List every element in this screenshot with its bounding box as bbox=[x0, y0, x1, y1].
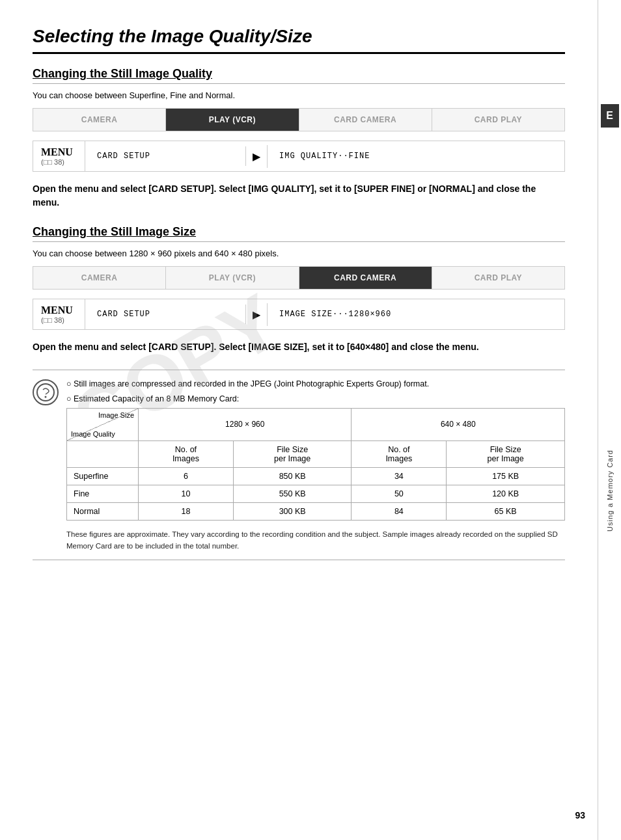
tab-card-play-1[interactable]: CARD PLAY bbox=[432, 109, 564, 131]
section1-menu-row: MENU (□□ 38) CARD SETUP ▶ IMG QUALITY··F… bbox=[33, 141, 565, 172]
sidebar-rotated-text: Using a Memory Card bbox=[606, 450, 614, 532]
row-value-3: 175 KB bbox=[447, 467, 565, 485]
diagonal-top-label: Image Size bbox=[98, 411, 134, 419]
tab-camera-2[interactable]: CAMERA bbox=[33, 267, 166, 289]
menu-value-2: IMAGE SIZE···1280×960 bbox=[268, 305, 564, 324]
table-row: Fine10550 KB50120 KB bbox=[67, 485, 565, 502]
section1-heading: Changing the Still Image Quality bbox=[33, 67, 565, 81]
row-label: Normal bbox=[67, 502, 139, 520]
row-value-0: 6 bbox=[139, 467, 234, 485]
table-diagonal-header: Image Size Image Quality bbox=[67, 408, 139, 440]
row-value-1: 850 KB bbox=[233, 467, 352, 485]
menu-ref-2: (□□ 38) bbox=[41, 316, 77, 324]
row-value-2: 84 bbox=[352, 502, 447, 520]
right-sidebar: E Using a Memory Card bbox=[598, 0, 621, 840]
menu-item-2: CARD SETUP bbox=[85, 305, 246, 324]
note-content: Still images are compressed and recorded… bbox=[66, 378, 565, 552]
menu-title-1: MENU bbox=[41, 146, 77, 158]
svg-point-1 bbox=[45, 396, 47, 398]
svg-point-0 bbox=[37, 384, 54, 401]
row-value-2: 34 bbox=[352, 467, 447, 485]
main-content: Selecting the Image Quality/Size Changin… bbox=[0, 0, 598, 840]
section-size: Changing the Still Image Size You can ch… bbox=[33, 225, 565, 354]
section2-menu-row: MENU (□□ 38) CARD SETUP ▶ IMAGE SIZE···1… bbox=[33, 299, 565, 330]
row-value-1: 300 KB bbox=[233, 502, 352, 520]
footnote: These figures are approximate. They vary… bbox=[66, 528, 565, 552]
capacity-table: Image Size Image Quality 1280 × 960 640 … bbox=[66, 408, 565, 521]
section1-instruction: Open the menu and select [CARD SETUP]. S… bbox=[33, 182, 565, 210]
note-icon bbox=[33, 379, 59, 405]
table-row: Superfine6850 KB34175 KB bbox=[67, 467, 565, 485]
col-group-1: 1280 × 960 bbox=[139, 408, 352, 440]
tab-card-play-2[interactable]: CARD PLAY bbox=[432, 267, 564, 289]
tab-card-camera-2[interactable]: CARD CAMERA bbox=[299, 267, 432, 289]
menu-label-2: MENU (□□ 38) bbox=[33, 299, 85, 329]
section-quality: Changing the Still Image Quality You can… bbox=[33, 67, 565, 210]
tab-play-vcr-1[interactable]: PLAY (VCR) bbox=[166, 109, 299, 131]
menu-arrow-2: ▶ bbox=[246, 303, 268, 326]
col-group-2: 640 × 480 bbox=[352, 408, 565, 440]
col-2-file-size: File Sizeper Image bbox=[447, 440, 565, 467]
tab-camera-1[interactable]: CAMERA bbox=[33, 109, 166, 131]
row-value-3: 65 KB bbox=[447, 502, 565, 520]
table-row: Normal18300 KB8465 KB bbox=[67, 502, 565, 520]
row-value-3: 120 KB bbox=[447, 485, 565, 502]
section1-mode-tabs: CAMERA PLAY (VCR) CARD CAMERA CARD PLAY bbox=[33, 108, 565, 131]
page-title: Selecting the Image Quality/Size bbox=[33, 26, 565, 47]
note-item-2: Estimated Capacity of an 8 MB Memory Car… bbox=[66, 393, 565, 405]
menu-label-1: MENU (□□ 38) bbox=[33, 141, 85, 171]
menu-title-2: MENU bbox=[41, 305, 77, 316]
diagonal-bottom-label: Image Quality bbox=[71, 430, 115, 438]
tab-card-camera-1[interactable]: CARD CAMERA bbox=[299, 109, 432, 131]
sidebar-letter-e: E bbox=[601, 104, 619, 128]
section2-instruction: Open the menu and select [CARD SETUP]. S… bbox=[33, 340, 565, 354]
col-1-file-size: File Sizeper Image bbox=[233, 440, 352, 467]
col-1-no-images: No. ofImages bbox=[139, 440, 234, 467]
section2-intro: You can choose between 1280 × 960 pixels… bbox=[33, 249, 565, 258]
section1-intro: You can choose between Superfine, Fine a… bbox=[33, 90, 565, 100]
note-item-1: Still images are compressed and recorded… bbox=[66, 378, 565, 390]
section2-mode-tabs: CAMERA PLAY (VCR) CARD CAMERA CARD PLAY bbox=[33, 266, 565, 290]
note-section: Still images are compressed and recorded… bbox=[33, 370, 565, 560]
row-value-1: 550 KB bbox=[233, 485, 352, 502]
row-label: Fine bbox=[67, 485, 139, 502]
tab-play-vcr-2[interactable]: PLAY (VCR) bbox=[166, 267, 299, 289]
col-2-no-images: No. ofImages bbox=[352, 440, 447, 467]
row-value-0: 10 bbox=[139, 485, 234, 502]
row-label: Superfine bbox=[67, 467, 139, 485]
page-number: 93 bbox=[575, 810, 585, 820]
menu-value-1: IMG QUALITY··FINE bbox=[268, 146, 564, 166]
menu-ref-1: (□□ 38) bbox=[41, 158, 77, 166]
row-value-0: 18 bbox=[139, 502, 234, 520]
empty-header bbox=[67, 440, 139, 467]
menu-item-1: CARD SETUP bbox=[85, 146, 246, 166]
row-value-2: 50 bbox=[352, 485, 447, 502]
section2-heading: Changing the Still Image Size bbox=[33, 225, 565, 239]
menu-arrow-1: ▶ bbox=[246, 145, 268, 168]
